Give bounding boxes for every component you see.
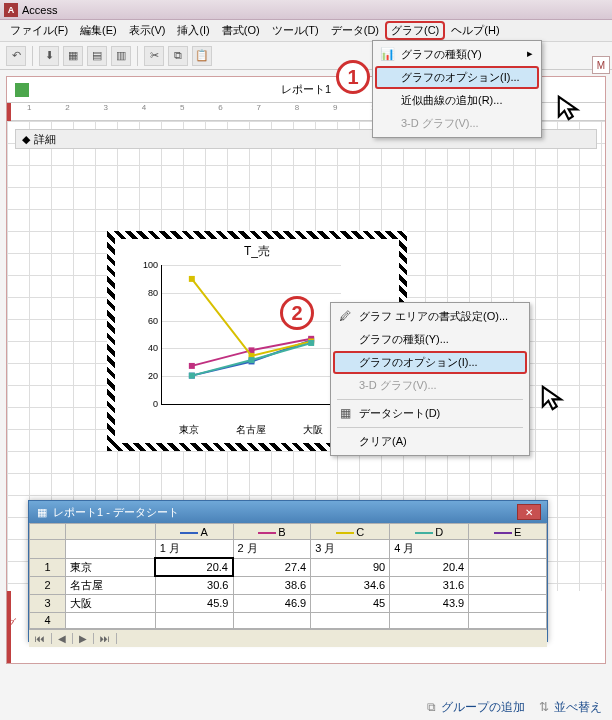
cat-label: 東京 <box>179 423 199 437</box>
menu-edit[interactable]: 編集(E) <box>74 21 123 40</box>
col-letter: E <box>514 526 521 538</box>
month-cell[interactable]: 4 月 <box>390 540 469 559</box>
nav-last-icon[interactable]: ⏭ <box>94 633 117 644</box>
cell[interactable]: 20.4 <box>390 558 469 576</box>
col-header-d[interactable]: D <box>390 524 469 540</box>
col-header-e[interactable]: E <box>469 524 547 540</box>
cell[interactable]: 90 <box>311 558 390 576</box>
col-header-a[interactable]: A <box>155 524 233 540</box>
ctx-datasheet[interactable]: ▦ データシート(D) <box>333 402 527 425</box>
tb-undo[interactable]: ↶ <box>6 46 26 66</box>
month-cell[interactable]: 2 月 <box>233 540 311 559</box>
menu-label: クリア(A) <box>359 435 407 447</box>
tb-bycol[interactable]: ▥ <box>111 46 131 66</box>
menu-graph-type[interactable]: 📊 グラフの種類(Y) ▸ <box>375 43 539 66</box>
side-tab-button[interactable]: M <box>592 56 610 74</box>
ctx-format-area[interactable]: 🖉 グラフ エリアの書式設定(O)... <box>333 305 527 328</box>
menu-label: データシート(D) <box>359 407 440 419</box>
cell[interactable]: 45 <box>311 594 390 612</box>
close-button[interactable]: ✕ <box>517 504 541 520</box>
cell[interactable]: 30.6 <box>155 576 233 594</box>
ruler-tick: 2 <box>65 103 101 112</box>
menu-graph[interactable]: グラフ(C) <box>385 21 445 40</box>
menu-tools[interactable]: ツール(T) <box>266 21 325 40</box>
cell[interactable] <box>469 558 547 576</box>
nav-first-icon[interactable]: ⏮ <box>29 633 52 644</box>
table-row: 4 <box>30 612 547 628</box>
cell[interactable]: 45.9 <box>155 594 233 612</box>
menu-view[interactable]: 表示(V) <box>123 21 172 40</box>
cell[interactable] <box>469 594 547 612</box>
menu-3d-graph: 3-D グラフ(V)... <box>375 112 539 135</box>
cell[interactable] <box>469 576 547 594</box>
tb-cut[interactable]: ✂ <box>144 46 164 66</box>
cell[interactable]: 34.6 <box>311 576 390 594</box>
ytick: 0 <box>132 399 158 409</box>
datasheet-grid[interactable]: A B C D E 1 月 2 月 3 月 4 月 1 東京 20.4 27.4 <box>29 523 547 629</box>
app-name: Access <box>22 4 57 16</box>
row-header[interactable]: 4 <box>30 612 66 628</box>
menu-help[interactable]: ヘルプ(H) <box>445 21 505 40</box>
add-group-link[interactable]: グループの追加 <box>441 700 525 714</box>
ctx-graph-type[interactable]: グラフの種類(Y)... <box>333 328 527 351</box>
row-header[interactable]: 3 <box>30 594 66 612</box>
tb-import[interactable]: ⬇ <box>39 46 59 66</box>
ctx-clear[interactable]: クリア(A) <box>333 430 527 453</box>
row-label[interactable]: 大阪 <box>66 594 156 612</box>
menu-file[interactable]: ファイル(F) <box>4 21 74 40</box>
table-row: 3 大阪 45.9 46.9 45 43.9 <box>30 594 547 612</box>
menu-trendline[interactable]: 近似曲線の追加(R)... <box>375 89 539 112</box>
cell[interactable]: 27.4 <box>233 558 311 576</box>
col-letter: B <box>278 526 285 538</box>
graph-menu-dropdown: 📊 グラフの種類(Y) ▸ グラフのオプション(I)... 近似曲線の追加(R)… <box>372 40 542 138</box>
col-header-label[interactable] <box>66 524 156 540</box>
svg-rect-6 <box>189 276 195 282</box>
nav-prev-icon[interactable]: ◀ <box>52 633 73 644</box>
cell[interactable] <box>390 612 469 628</box>
menu-graph-options[interactable]: グラフのオプション(I)... <box>375 66 539 89</box>
menu-insert[interactable]: 挿入(I) <box>171 21 215 40</box>
menu-format[interactable]: 書式(O) <box>216 21 266 40</box>
cell[interactable] <box>469 612 547 628</box>
col-header-c[interactable]: C <box>311 524 390 540</box>
ruler-tick: 4 <box>142 103 178 112</box>
month-cell-empty[interactable] <box>66 540 156 559</box>
month-cell[interactable]: 1 月 <box>155 540 233 559</box>
tb-copy[interactable]: ⧉ <box>168 46 188 66</box>
menu-data[interactable]: データ(D) <box>325 21 385 40</box>
row-label[interactable]: 東京 <box>66 558 156 576</box>
cell[interactable]: 46.9 <box>233 594 311 612</box>
ctx-graph-options[interactable]: グラフのオプション(I)... <box>333 351 527 374</box>
cell[interactable] <box>233 612 311 628</box>
chart-plot: 100 80 60 40 20 0 <box>161 265 341 405</box>
cell[interactable] <box>311 612 390 628</box>
detail-label: 詳細 <box>34 132 56 147</box>
sort-link[interactable]: 並べ替え <box>554 700 602 714</box>
row-label[interactable] <box>66 612 156 628</box>
tb-datasheet-icon[interactable]: ▦ <box>63 46 83 66</box>
svg-rect-11 <box>308 340 314 346</box>
cell[interactable]: 43.9 <box>390 594 469 612</box>
cell[interactable]: 31.6 <box>390 576 469 594</box>
row-label[interactable]: 名古屋 <box>66 576 156 594</box>
cell[interactable] <box>155 612 233 628</box>
cell[interactable] <box>469 540 547 559</box>
datasheet-window[interactable]: ▦レポート1 - データシート ✕ A B C D E 1 月 2 月 3 月 … <box>28 500 548 642</box>
tb-paste[interactable]: 📋 <box>192 46 212 66</box>
month-cell[interactable]: 3 月 <box>311 540 390 559</box>
menu-label: グラフ エリアの書式設定(O)... <box>359 310 508 322</box>
cat-label: 名古屋 <box>236 423 266 437</box>
datasheet-titlebar[interactable]: ▦レポート1 - データシート ✕ <box>29 501 547 523</box>
tb-byrow[interactable]: ▤ <box>87 46 107 66</box>
row-header[interactable]: 1 <box>30 558 66 576</box>
footer-links: ⧉ グループの追加 ⇅ 並べ替え <box>427 699 602 716</box>
row-header[interactable]: 2 <box>30 576 66 594</box>
col-header-b[interactable]: B <box>233 524 311 540</box>
menu-label: 3-D グラフ(V)... <box>359 379 437 391</box>
cell-active[interactable]: 20.4 <box>155 558 233 576</box>
ruler-tick: 1 <box>27 103 63 112</box>
nav-next-icon[interactable]: ▶ <box>73 633 94 644</box>
svg-rect-10 <box>249 357 255 363</box>
row-header[interactable] <box>30 540 66 559</box>
cell[interactable]: 38.6 <box>233 576 311 594</box>
